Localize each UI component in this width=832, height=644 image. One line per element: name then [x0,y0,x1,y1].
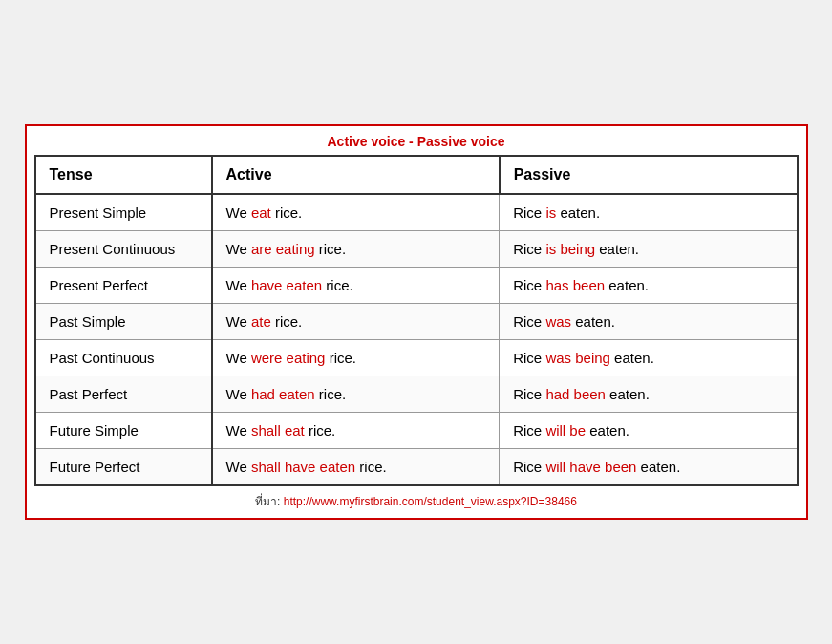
tense-cell: Past Simple [35,304,212,340]
tense-cell: Present Simple [35,194,212,231]
table-row: Future PerfectWe shall have eaten rice.R… [35,449,798,486]
table-row: Future SimpleWe shall eat rice.Rice will… [35,413,798,449]
tense-cell: Past Continuous [35,340,212,376]
passive-cell: Rice is eaten. [500,194,798,231]
active-cell: We had eaten rice. [212,376,500,413]
passive-cell: Rice was eaten. [500,304,798,340]
tense-cell: Present Continuous [35,231,212,268]
passive-cell: Rice is being eaten. [500,231,798,268]
tense-cell: Future Simple [35,413,212,449]
passive-cell: Rice will have been eaten. [500,449,798,486]
footer-link[interactable]: http://www.myfirstbrain.com/student_view… [284,495,577,508]
col-passive-header: Passive [500,156,798,194]
active-cell: We ate rice. [212,304,500,340]
active-cell: We shall have eaten rice. [212,449,500,486]
passive-cell: Rice had been eaten. [500,376,798,413]
col-active-header: Active [212,156,500,194]
table-row: Present ContinuousWe are eating rice.Ric… [35,231,798,268]
table-row: Past ContinuousWe were eating rice.Rice … [35,340,798,376]
tense-cell: Past Perfect [35,376,212,413]
tense-cell: Future Perfect [35,449,212,486]
col-tense-header: Tense [35,156,212,194]
table-row: Present PerfectWe have eaten rice.Rice h… [35,268,798,304]
table-header-row: Tense Active Passive [35,156,798,194]
passive-cell: Rice will be eaten. [500,413,798,449]
grammar-table: Tense Active Passive Present SimpleWe ea… [34,155,799,486]
table-row: Past PerfectWe had eaten rice.Rice had b… [35,376,798,413]
table-row: Present SimpleWe eat rice.Rice is eaten. [35,194,798,231]
active-cell: We eat rice. [212,194,500,231]
tense-cell: Present Perfect [35,268,212,304]
footer: ที่มา: http://www.myfirstbrain.com/stude… [34,492,799,510]
passive-cell: Rice was being eaten. [500,340,798,376]
active-cell: We have eaten rice. [212,268,500,304]
passive-cell: Rice has been eaten. [500,268,798,304]
table-row: Past SimpleWe ate rice.Rice was eaten. [35,304,798,340]
active-cell: We shall eat rice. [212,413,500,449]
page-container: Active voice - Passive voice Tense Activ… [25,124,808,520]
active-cell: We are eating rice. [212,231,500,268]
active-cell: We were eating rice. [212,340,500,376]
footer-label: ที่มา: [255,495,284,508]
page-title: Active voice - Passive voice [34,134,799,149]
